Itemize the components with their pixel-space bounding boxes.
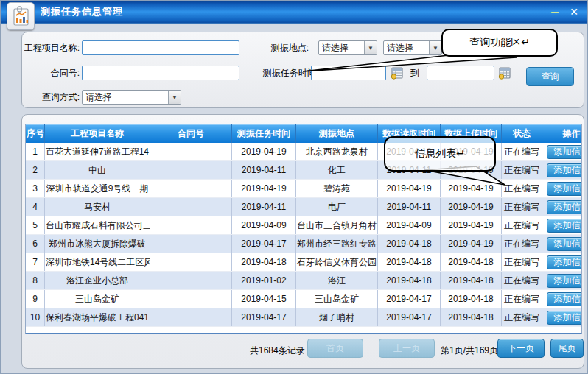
read-time: 2019-04-18	[378, 235, 441, 253]
project-name: 中山	[45, 161, 150, 180]
task-time: 2019-04-19	[232, 143, 296, 161]
add-info-button[interactable]: 添加信息	[547, 311, 583, 325]
location-select-1[interactable]: 请选择 ▼	[318, 40, 377, 55]
status: 正在编写	[502, 216, 542, 235]
project-name: 深圳市轨道交通9号线二期	[45, 180, 150, 198]
project-name-input[interactable]	[82, 40, 239, 55]
contract-no	[150, 143, 232, 161]
chevron-down-icon[interactable]: ▼	[364, 41, 377, 54]
add-info-button[interactable]: 添加信息	[547, 200, 583, 214]
action-cell: 添加信息	[542, 272, 583, 290]
read-time: 2019-04-18	[378, 272, 441, 290]
results-panel: 序号工程项目名称合同号测振任务时间测振地点数据读取时间数据上传时间状态操作 1百…	[21, 114, 584, 369]
action-cell: 添加信息	[542, 290, 583, 308]
calendar-icon[interactable]	[497, 66, 512, 80]
location: 石芽岭信义体育公园	[296, 253, 378, 272]
read-time: 2019-04-09	[378, 216, 441, 235]
read-time: 2019-04-17	[378, 308, 441, 327]
add-info-button[interactable]: 添加信息	[547, 163, 583, 177]
read-time: 2019-04-19	[378, 143, 441, 161]
project-name: 郑州市冰熊大厦拆除爆破	[45, 235, 150, 253]
minimize-icon[interactable]: ─	[547, 4, 562, 19]
add-info-button[interactable]: 添加信息	[547, 274, 583, 288]
task-time: 2019-04-11	[232, 198, 296, 216]
location: 郑州市经三路红专路	[296, 235, 378, 253]
row-no: 1	[26, 143, 45, 161]
read-time: 2019-04-11	[378, 161, 441, 180]
last-page-button[interactable]: 尾页	[550, 339, 584, 358]
task-time: 2019-04-11	[232, 161, 296, 180]
page-info-text: 第1页/共169页	[441, 345, 498, 357]
row-no: 8	[26, 272, 45, 290]
to-label: 到	[405, 67, 424, 80]
upload-time: 2019-04-18	[441, 253, 502, 272]
location: 电厂	[296, 198, 378, 216]
upload-time: 2019-04-19	[441, 161, 502, 180]
prev-page-button[interactable]: 上一页	[379, 339, 435, 358]
row-no: 10	[26, 308, 45, 327]
location: 北京西路龙泉村	[296, 143, 378, 161]
status: 正在编写	[502, 143, 542, 161]
action-cell: 添加信息	[542, 235, 583, 253]
status: 正在编写	[502, 308, 542, 327]
project-name: 三山岛金矿	[45, 290, 150, 308]
calendar-icon[interactable]	[390, 66, 405, 80]
row-no: 7	[26, 253, 45, 272]
add-info-button[interactable]: 添加信息	[547, 145, 583, 159]
task-time: 2019-01-02	[232, 272, 296, 290]
project-name: 深圳市地铁14号线二工区风	[45, 253, 150, 272]
location: 烟子哨村	[296, 308, 378, 327]
task-time-label: 测振任务时间:	[248, 67, 318, 80]
contract-no	[150, 308, 232, 327]
add-info-button[interactable]: 添加信息	[547, 237, 583, 251]
read-time: 2019-04-18	[378, 253, 441, 272]
column-header: 数据上传时间	[441, 124, 502, 143]
table-header-row: 序号工程项目名称合同号测振任务时间测振地点数据读取时间数据上传时间状态操作	[26, 124, 582, 143]
contract-no	[150, 180, 232, 198]
chevron-down-icon[interactable]: ▼	[168, 91, 181, 104]
title-bar: 测振任务信息管理 ─ ✕	[1, 1, 587, 24]
table-body: 1百花大道延伸7道路工程142019-04-19北京西路龙泉村2019-04-1…	[26, 143, 582, 327]
add-info-button[interactable]: 添加信息	[547, 182, 583, 196]
location-select-2-value: 请选择	[384, 42, 429, 54]
chevron-down-icon[interactable]: ▼	[429, 41, 441, 54]
upload-time: 2019-04-19	[441, 143, 502, 161]
status: 正在编写	[502, 198, 542, 216]
app-icon	[7, 2, 35, 30]
task-time-from-input[interactable]	[311, 66, 386, 80]
row-no: 9	[26, 290, 45, 308]
next-page-button[interactable]: 下一页	[497, 339, 545, 358]
window-title: 测振任务信息管理	[41, 1, 123, 23]
column-header: 状态	[502, 124, 542, 143]
row-no: 4	[26, 198, 45, 216]
task-time: 2019-04-17	[232, 235, 296, 253]
first-page-button[interactable]: 首页	[307, 339, 363, 358]
add-info-button[interactable]: 添加信息	[547, 292, 583, 306]
table-row: 1百花大道延伸7道路工程142019-04-19北京西路龙泉村2019-04-1…	[26, 143, 582, 161]
task-time-to-input[interactable]	[427, 66, 494, 80]
search-panel: 工程项目名称: 测振地点: 请选择 ▼ 请选择 ▼ 合同号: 测振任务时间:	[21, 32, 584, 108]
location: 洛江	[296, 272, 378, 290]
read-time: 2019-04-11	[378, 198, 441, 216]
contract-no	[150, 216, 232, 235]
query-button[interactable]: 查询	[526, 67, 574, 86]
add-info-button[interactable]: 添加信息	[547, 219, 583, 233]
task-table: 序号工程项目名称合同号测振任务时间测振地点数据读取时间数据上传时间状态操作 1百…	[25, 124, 582, 334]
status: 正在编写	[502, 290, 542, 308]
query-mode-label: 查询方式:	[24, 91, 80, 104]
location: 三山岛金矿	[296, 290, 378, 308]
table-row: 7深圳市地铁14号线二工区风2019-04-18石芽岭信义体育公园2019-04…	[26, 253, 582, 272]
query-mode-select[interactable]: 请选择 ▼	[82, 90, 181, 105]
status: 正在编写	[502, 161, 542, 180]
query-mode-select-value: 请选择	[83, 91, 168, 104]
action-cell: 添加信息	[542, 180, 583, 198]
task-time: 2019-04-17	[232, 308, 296, 327]
record-count-text: 共1684条记录	[250, 345, 305, 357]
location-select-2[interactable]: 请选择 ▼	[383, 40, 442, 55]
add-info-button[interactable]: 添加信息	[547, 255, 583, 269]
contract-input[interactable]	[82, 66, 239, 80]
close-icon[interactable]: ✕	[567, 4, 581, 19]
upload-time: 2019-04-19	[441, 216, 502, 235]
status: 正在编写	[502, 253, 542, 272]
table-row: 3深圳市轨道交通9号线二期2019-04-19碧涛苑2019-04-192019…	[26, 180, 582, 198]
